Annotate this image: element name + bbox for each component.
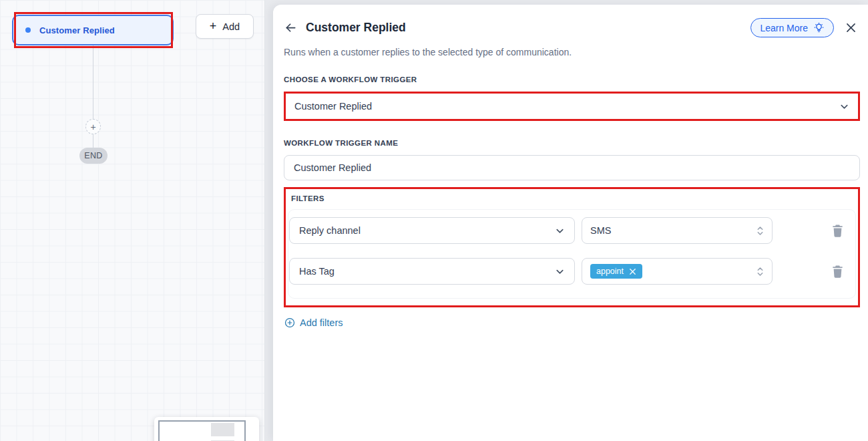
annotation-box-filters: FILTERS Reply channel SMS [284,187,860,307]
plus-icon: + [90,122,95,132]
filter-field-value: Reply channel [299,225,361,236]
minimap-node [211,423,234,436]
workflow-trigger-select[interactable]: Customer Replied [286,94,858,119]
plus-circle-icon [284,317,295,328]
workflow-trigger-value: Customer Replied [294,101,372,112]
filter-value-select[interactable]: SMS [582,217,773,244]
filters-group: Reply channel SMS [288,209,856,299]
chevron-down-icon [555,226,565,236]
trigger-name-label: WORKFLOW TRIGGER NAME [284,139,860,147]
workflow-canvas[interactable]: Customer Replied + Add + END [0,0,265,441]
trash-icon[interactable] [831,265,844,279]
trash-icon[interactable] [831,224,844,238]
filter-value: SMS [590,225,611,236]
workflow-trigger-name-input[interactable] [284,155,860,180]
panel-description: Runs when a customer replies to the sele… [284,47,860,57]
trigger-status-dot [25,27,31,33]
trigger-node-customer-replied[interactable]: Customer Replied [12,15,174,45]
filter-row: Reply channel SMS [289,217,850,244]
back-arrow-icon[interactable] [284,20,300,36]
canvas-minimap[interactable] [154,417,259,441]
close-icon[interactable] [845,21,857,34]
chevron-down-icon [555,267,565,277]
filter-field-value: Has Tag [299,266,335,277]
panel-title: Customer Replied [306,21,406,35]
end-node-label: END [84,151,102,160]
connector-line [93,45,93,120]
remove-tag-icon[interactable] [629,268,636,275]
filter-row: Has Tag appoint [289,258,850,285]
trigger-select-label: CHOOSE A WORKFLOW TRIGGER [284,76,860,84]
trigger-settings-panel: Customer Replied Learn More Runs when a … [273,5,868,441]
trigger-node-label: Customer Replied [39,25,115,35]
end-node: END [79,148,107,164]
connector-line [93,134,93,148]
learn-more-label: Learn More [760,23,808,33]
annotation-box-trigger-select: Customer Replied [284,92,860,121]
add-node-button[interactable]: + Add [196,14,254,39]
panel-header: Customer Replied Learn More [284,18,860,37]
up-down-stepper-icon [756,266,764,277]
filter-field-select[interactable]: Has Tag [289,258,575,285]
lightbulb-icon [813,22,825,33]
add-filters-link[interactable]: Add filters [284,317,343,328]
plus-icon: + [210,20,217,32]
minimap-viewport [158,420,246,441]
up-down-stepper-icon [756,225,764,237]
insert-step-button[interactable]: + [85,119,101,134]
tag-chip: appoint [590,264,642,279]
workflow-builder: Customer Replied + Add + END Customer Re… [0,0,868,441]
add-button-label: Add [222,21,240,32]
chevron-down-icon [839,102,849,112]
filter-field-select[interactable]: Reply channel [289,217,575,244]
add-filters-label: Add filters [300,317,343,328]
filter-value-select[interactable]: appoint [582,258,773,285]
learn-more-button[interactable]: Learn More [750,18,834,37]
filters-section-label: FILTERS [291,194,856,202]
tag-label: appoint [596,267,624,276]
